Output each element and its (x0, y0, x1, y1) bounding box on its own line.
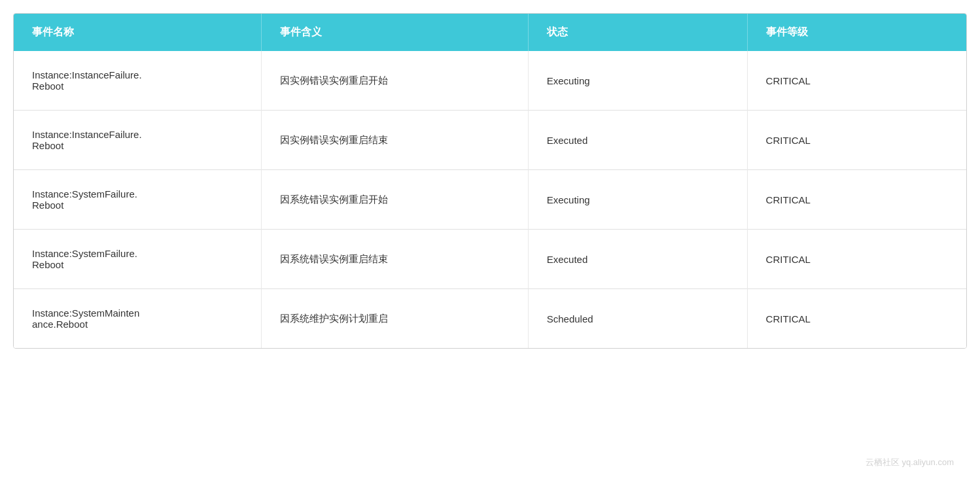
cell-event-status: Executing (528, 51, 747, 111)
cell-event-level: CRITICAL (747, 289, 966, 349)
cell-event-meaning: 因系统错误实例重启开始 (262, 170, 529, 230)
cell-event-name: Instance:SystemFailure.Reboot (14, 230, 262, 289)
table-row: Instance:SystemFailure.Reboot因系统错误实例重启结束… (14, 230, 966, 289)
cell-event-level: CRITICAL (747, 51, 966, 111)
cell-event-name: Instance:SystemFailure.Reboot (14, 170, 262, 230)
events-table: 事件名称 事件含义 状态 事件等级 Instance:InstanceFailu… (14, 14, 966, 348)
watermark: 云栖社区 yq.aliyun.com (866, 457, 954, 468)
cell-event-name: Instance:InstanceFailure.Reboot (14, 111, 262, 170)
cell-event-status: Scheduled (528, 289, 747, 349)
cell-event-meaning: 因系统错误实例重启结束 (262, 230, 529, 289)
cell-event-level: CRITICAL (747, 170, 966, 230)
events-table-container: 事件名称 事件含义 状态 事件等级 Instance:InstanceFailu… (13, 13, 967, 349)
cell-event-level: CRITICAL (747, 230, 966, 289)
cell-event-name: Instance:SystemMaintenance.Reboot (14, 289, 262, 349)
cell-event-status: Executing (528, 170, 747, 230)
col-header-status: 状态 (528, 14, 747, 51)
cell-event-meaning: 因实例错误实例重启结束 (262, 111, 529, 170)
cell-event-level: CRITICAL (747, 111, 966, 170)
cell-event-meaning: 因系统维护实例计划重启 (262, 289, 529, 349)
table-row: Instance:SystemMaintenance.Reboot因系统维护实例… (14, 289, 966, 349)
col-header-level: 事件等级 (747, 14, 966, 51)
col-header-name: 事件名称 (14, 14, 262, 51)
cell-event-name: Instance:InstanceFailure.Reboot (14, 51, 262, 111)
col-header-meaning: 事件含义 (262, 14, 529, 51)
cell-event-status: Executed (528, 230, 747, 289)
cell-event-meaning: 因实例错误实例重启开始 (262, 51, 529, 111)
table-header-row: 事件名称 事件含义 状态 事件等级 (14, 14, 966, 51)
table-row: Instance:SystemFailure.Reboot因系统错误实例重启开始… (14, 170, 966, 230)
cell-event-status: Executed (528, 111, 747, 170)
table-row: Instance:InstanceFailure.Reboot因实例错误实例重启… (14, 111, 966, 170)
table-row: Instance:InstanceFailure.Reboot因实例错误实例重启… (14, 51, 966, 111)
